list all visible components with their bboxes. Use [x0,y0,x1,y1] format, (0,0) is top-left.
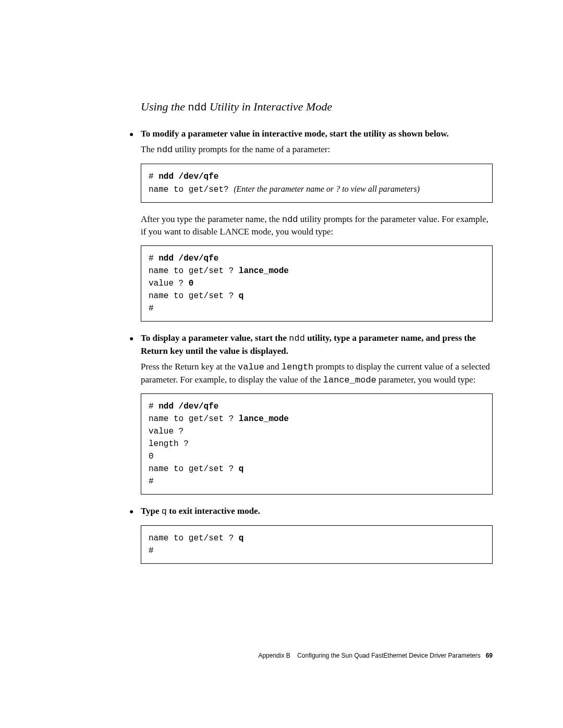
page-number: 69 [486,652,493,659]
heading-pre: Using the [141,100,188,113]
page-content: Using the ndd Utility in Interactive Mod… [0,0,563,564]
bullet-display-parameter: To display a parameter value, start the … [141,332,493,495]
bullet-modify-parameter: To modify a parameter value in interacti… [141,128,493,322]
section-heading: Using the ndd Utility in Interactive Mod… [141,99,493,115]
heading-post: Utility in Interactive Mode [206,100,332,113]
code-block-3: # ndd /dev/qfe name to get/set ? lance_m… [141,393,493,495]
code-block-1: # ndd /dev/qfe name to get/set? (Enter t… [141,164,493,203]
bullet-lead-2: To display a parameter value, start the … [141,332,493,357]
code-block-4: name to get/set ? q # [141,525,493,564]
footer-appendix: Appendix B [258,652,290,659]
bullet-para: The ndd utility prompts for the name of … [141,143,493,156]
bullet-para-3: Press the Return key at the value and le… [141,361,493,387]
bullet-lead-3: Type q to exit interactive mode. [141,505,493,518]
bullet-exit: Type q to exit interactive mode. name to… [141,505,493,564]
code-block-2: # ndd /dev/qfe name to get/set ? lance_m… [141,245,493,322]
heading-code: ndd [188,102,206,114]
page-footer: Appendix B Configuring the Sun Quad Fast… [0,651,493,660]
bullet-lead: To modify a parameter value in interacti… [141,128,493,140]
bullet-para-2: After you type the parameter name, the n… [141,213,493,239]
footer-title: Configuring the Sun Quad FastEthernet De… [297,652,481,659]
